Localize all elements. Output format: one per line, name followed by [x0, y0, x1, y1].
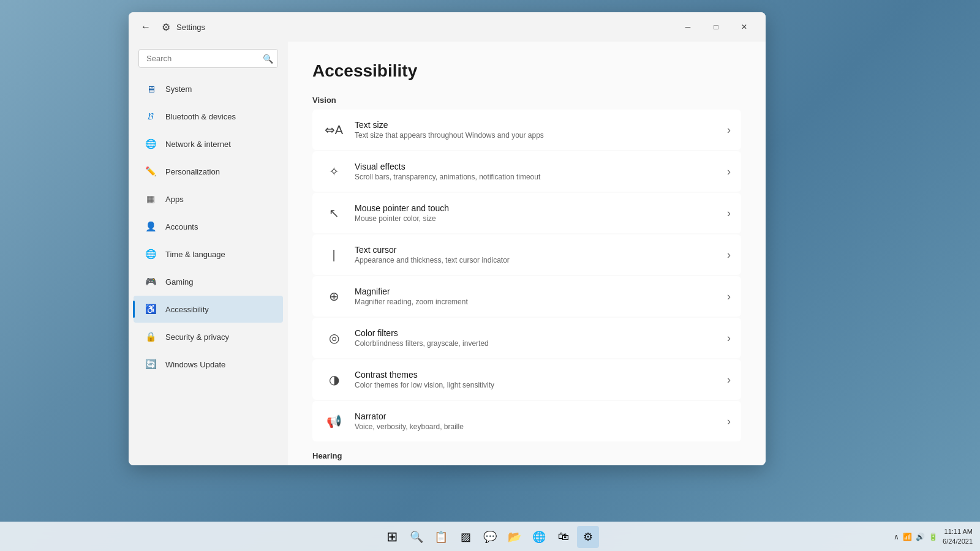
- page-title: Accessibility: [312, 61, 741, 81]
- sidebar-item-update[interactable]: 🔄Windows Update: [134, 351, 283, 378]
- back-button[interactable]: ←: [136, 17, 156, 37]
- start-button[interactable]: ⊞: [381, 526, 403, 548]
- sidebar-item-label-accounts: Accounts: [165, 222, 198, 231]
- sidebar-item-label-bluetooth: Bluetooth & devices: [165, 112, 236, 121]
- edge-button[interactable]: 🌐: [528, 526, 550, 548]
- settings-item-magnifier[interactable]: ⊕MagnifierMagnifier reading, zoom increm…: [312, 276, 741, 317]
- sidebar-item-label-network: Network & internet: [165, 140, 231, 149]
- titlebar-controls: ─ □ ✕: [674, 17, 758, 37]
- settings-item-text-cursor[interactable]: |Text cursorAppearance and thickness, te…: [312, 234, 741, 275]
- personalization-nav-icon: ✏️: [143, 164, 158, 179]
- sidebar-item-accessibility[interactable]: ♿Accessibility: [134, 296, 283, 323]
- mouse-pointer-chevron-icon: ›: [727, 207, 731, 220]
- text-size-title: Text size: [355, 120, 717, 130]
- battery-icon: 🔋: [929, 533, 938, 541]
- sidebar-item-personalization[interactable]: ✏️Personalization: [134, 158, 283, 185]
- magnifier-chevron-icon: ›: [727, 290, 731, 303]
- settings-list: ⇔AText sizeText size that appears throug…: [312, 110, 741, 441]
- text-cursor-subtitle: Appearance and thickness, text cursor in…: [355, 256, 717, 264]
- clock[interactable]: 11:11 AM 6/24/2021: [943, 527, 973, 546]
- expand-tray-icon[interactable]: ∧: [894, 533, 899, 541]
- content-area[interactable]: Accessibility Vision ⇔AText sizeText siz…: [288, 42, 766, 465]
- sidebar-item-label-update: Windows Update: [165, 360, 225, 369]
- text-size-subtitle: Text size that appears throughout Window…: [355, 131, 717, 140]
- store-button[interactable]: 🛍: [552, 526, 575, 548]
- sidebar-item-system[interactable]: 🖥System: [134, 75, 283, 102]
- hearing-section-title: Hearing: [312, 451, 741, 460]
- settings-item-narrator[interactable]: 📢NarratorVoice, verbosity, keyboard, bra…: [312, 401, 741, 441]
- color-filters-chevron-icon: ›: [727, 332, 731, 345]
- sidebar-item-label-system: System: [165, 84, 192, 94]
- settings-item-text-size[interactable]: ⇔AText sizeText size that appears throug…: [312, 110, 741, 150]
- contrast-themes-text: Contrast themesColor themes for low visi…: [355, 370, 717, 389]
- visual-effects-chevron-icon: ›: [727, 165, 731, 178]
- magnifier-subtitle: Magnifier reading, zoom increment: [355, 298, 717, 306]
- text-size-chevron-icon: ›: [727, 124, 731, 137]
- sidebar-item-time[interactable]: 🌐Time & language: [134, 241, 283, 268]
- explorer-button[interactable]: 📂: [503, 526, 526, 548]
- narrator-subtitle: Voice, verbosity, keyboard, braille: [355, 422, 717, 431]
- time-nav-icon: 🌐: [143, 247, 158, 261]
- visual-effects-icon: ✧: [323, 160, 345, 182]
- maximize-button[interactable]: □: [702, 17, 730, 37]
- update-nav-icon: 🔄: [143, 357, 158, 372]
- window-body: 🔍 🖥System𝓑Bluetooth & devices🌐Network & …: [129, 42, 766, 465]
- sidebar-item-apps[interactable]: ▦Apps: [134, 186, 283, 212]
- narrator-icon: 📢: [323, 410, 345, 432]
- wifi-icon: 📶: [903, 533, 912, 541]
- clock-date: 6/24/2021: [943, 537, 973, 546]
- search-taskbar-button[interactable]: 🔍: [405, 526, 428, 548]
- settings-item-contrast-themes[interactable]: ◑Contrast themesColor themes for low vis…: [312, 359, 741, 400]
- bluetooth-nav-icon: 𝓑: [143, 109, 158, 124]
- contrast-themes-chevron-icon: ›: [727, 373, 731, 386]
- settings-window: ← ⚙ Settings ─ □ ✕ 🔍 🖥System𝓑Bluetooth &…: [129, 12, 766, 465]
- sidebar-item-label-time: Time & language: [165, 250, 225, 259]
- taskview-button[interactable]: 📋: [430, 526, 452, 548]
- taskbar-center: ⊞ 🔍 📋 ▨ 💬 📂 🌐 🛍 ⚙: [381, 526, 599, 548]
- settings-taskbar-button[interactable]: ⚙: [577, 526, 599, 548]
- text-cursor-title: Text cursor: [355, 245, 717, 255]
- network-nav-icon: 🌐: [143, 137, 158, 151]
- close-button[interactable]: ✕: [730, 17, 758, 37]
- mouse-pointer-icon: ↖: [323, 202, 345, 224]
- taskbar-right: ∧ 📶 🔊 🔋 11:11 AM 6/24/2021: [894, 527, 973, 546]
- search-box: 🔍: [138, 49, 278, 68]
- search-input[interactable]: [138, 49, 278, 68]
- gaming-nav-icon: 🎮: [143, 274, 158, 289]
- accounts-nav-icon: 👤: [143, 219, 158, 234]
- sidebar-item-label-gaming: Gaming: [165, 277, 194, 287]
- sidebar-item-accounts[interactable]: 👤Accounts: [134, 213, 283, 240]
- sidebar-item-gaming[interactable]: 🎮Gaming: [134, 268, 283, 295]
- sidebar-item-network[interactable]: 🌐Network & internet: [134, 130, 283, 157]
- search-icon: 🔍: [263, 54, 273, 64]
- vision-section-title: Vision: [312, 96, 741, 105]
- contrast-themes-subtitle: Color themes for low vision, light sensi…: [355, 381, 717, 389]
- settings-item-visual-effects[interactable]: ✧Visual effectsScroll bars, transparency…: [312, 151, 741, 192]
- chat-button[interactable]: 💬: [479, 526, 501, 548]
- visual-effects-subtitle: Scroll bars, transparency, animations, n…: [355, 173, 717, 181]
- sidebar-item-label-personalization: Personalization: [165, 167, 220, 176]
- narrator-text: NarratorVoice, verbosity, keyboard, brai…: [355, 411, 717, 431]
- settings-item-color-filters[interactable]: ◎Color filtersColorblindness filters, gr…: [312, 318, 741, 358]
- magnifier-icon: ⊕: [323, 285, 345, 307]
- narrator-chevron-icon: ›: [727, 415, 731, 428]
- settings-item-mouse-pointer[interactable]: ↖Mouse pointer and touchMouse pointer co…: [312, 193, 741, 233]
- sidebar-item-label-accessibility: Accessibility: [165, 305, 209, 314]
- visual-effects-title: Visual effects: [355, 162, 717, 171]
- titlebar-title: Settings: [176, 23, 205, 32]
- sidebar-item-label-apps: Apps: [165, 195, 184, 204]
- sidebar-item-bluetooth[interactable]: 𝓑Bluetooth & devices: [134, 103, 283, 130]
- text-cursor-chevron-icon: ›: [727, 249, 731, 261]
- titlebar: ← ⚙ Settings ─ □ ✕: [129, 12, 766, 42]
- minimize-button[interactable]: ─: [674, 17, 702, 37]
- clock-time: 11:11 AM: [943, 527, 973, 536]
- widgets-button[interactable]: ▨: [454, 526, 477, 548]
- settings-gear-icon: ⚙: [162, 21, 170, 33]
- sidebar-item-security[interactable]: 🔒Security & privacy: [134, 323, 283, 350]
- magnifier-title: Magnifier: [355, 287, 717, 296]
- search-icon-button[interactable]: 🔍: [263, 54, 273, 64]
- sidebar-item-label-security: Security & privacy: [165, 332, 229, 342]
- security-nav-icon: 🔒: [143, 329, 158, 344]
- titlebar-left: ← ⚙ Settings: [136, 17, 674, 37]
- text-cursor-text: Text cursorAppearance and thickness, tex…: [355, 245, 717, 264]
